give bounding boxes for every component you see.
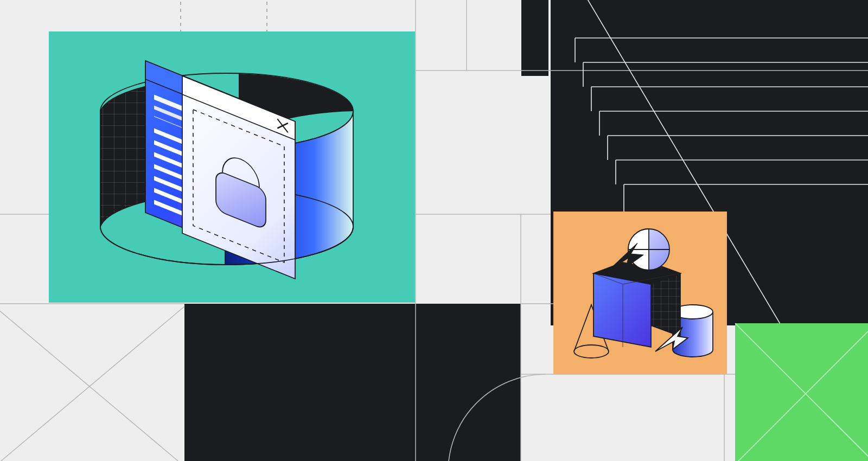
- green-x-panel: [735, 323, 868, 461]
- orange-panel: [553, 212, 727, 374]
- svg-rect-36: [735, 323, 868, 461]
- teal-panel: [49, 31, 415, 303]
- sphere-icon: [628, 229, 669, 270]
- svg-rect-6: [184, 304, 521, 461]
- svg-rect-3: [521, 0, 548, 76]
